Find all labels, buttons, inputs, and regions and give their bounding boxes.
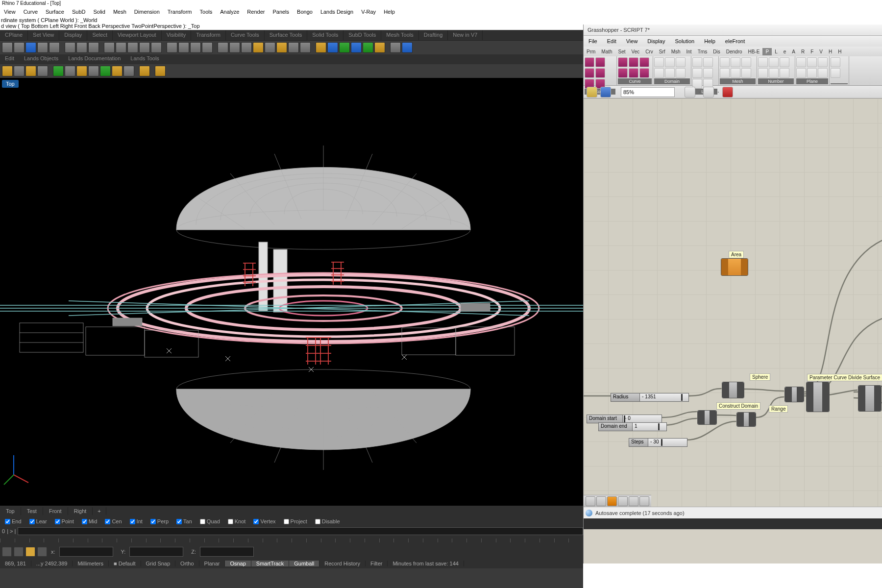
save-icon[interactable] (25, 42, 36, 53)
ribbon-icon[interactable] (818, 57, 828, 67)
open-icon[interactable] (587, 87, 597, 98)
view-tab-top[interactable]: Top (0, 507, 21, 515)
ribbon-icon[interactable] (676, 57, 686, 67)
osnap-perp[interactable]: Perp (147, 518, 172, 524)
warning-icon[interactable] (607, 496, 617, 506)
light-icon[interactable] (276, 42, 287, 53)
osnap-quad[interactable]: Quad (197, 518, 223, 524)
print-icon[interactable] (37, 42, 48, 53)
spotlight-icon[interactable] (390, 42, 401, 53)
gh-cat-crv[interactable]: Crv (642, 49, 656, 54)
node-construct-domain[interactable] (697, 410, 717, 425)
preview-icon[interactable] (703, 87, 714, 98)
menu-analyze[interactable]: Analyze (216, 9, 243, 15)
ribbon-icon[interactable] (720, 57, 730, 67)
lands-zone-icon[interactable] (53, 66, 64, 76)
osnap-end[interactable]: End (2, 518, 24, 524)
materials-icon[interactable] (327, 42, 338, 53)
ribbon-icon[interactable] (731, 68, 740, 78)
menu-v-ray[interactable]: V-Ray (357, 9, 380, 15)
cluster-icon[interactable] (618, 496, 628, 506)
sun-study-icon[interactable] (374, 42, 385, 53)
osnap-bar[interactable]: EndLearPointMidCenIntPerpTanQuadKnotVert… (0, 516, 583, 526)
rotate-icon[interactable] (116, 42, 126, 53)
lands-row-icon[interactable] (25, 66, 36, 76)
grasshopper-categories[interactable]: PrmMathSetVecCrvSrfMshIntTrnsDisDendroHB… (584, 47, 882, 56)
gh-cat-set[interactable]: Set (615, 49, 629, 54)
ribbon-icon[interactable] (769, 57, 779, 67)
lands-plant-icon[interactable] (14, 66, 24, 76)
tab-viewport-layout[interactable]: Viewport Layout (113, 30, 162, 40)
osnap-mid[interactable]: Mid (79, 518, 100, 524)
help-icon[interactable] (402, 42, 413, 53)
subtab-lands-tools[interactable]: Lands Tools (125, 54, 164, 64)
lands-wall-icon[interactable] (65, 66, 75, 76)
grid-icon[interactable] (288, 42, 299, 53)
command-input[interactable] (18, 527, 583, 535)
y-input[interactable] (129, 547, 183, 557)
gh-menu-display[interactable]: Display (642, 38, 670, 44)
osnap-disable[interactable]: Disable (312, 518, 343, 524)
ribbon-icon[interactable] (703, 68, 713, 78)
osnap-int[interactable]: Int (127, 518, 146, 524)
osnap-cen[interactable]: Cen (102, 518, 124, 524)
lands-tag-icon[interactable] (100, 66, 111, 76)
subtab-lands-documentation[interactable]: Lands Documentation (63, 54, 125, 64)
status-minutes-from-last-save-[interactable]: Minutes from last save: 144 (388, 561, 464, 566)
ribbon-icon[interactable] (807, 68, 817, 78)
view-tab-test[interactable]: Test (21, 507, 43, 515)
menu-view[interactable]: View (0, 9, 20, 15)
lands-terrain-icon[interactable] (2, 66, 13, 76)
slider-radius[interactable]: Radius◦ 1351 (611, 393, 689, 402)
lands-sprinkler-icon[interactable] (112, 66, 122, 76)
snap-toggle-icon[interactable] (2, 547, 12, 557)
menu-lands-design[interactable]: Lands Design (317, 9, 357, 15)
ribbon-icon[interactable] (639, 57, 649, 67)
slider-steps[interactable]: Steps◦ 30 (629, 438, 687, 447)
osnap-knot[interactable]: Knot (225, 518, 249, 524)
menu-dimension[interactable]: Dimension (130, 9, 164, 15)
subtab-lands-objects[interactable]: Lands Objects (19, 54, 63, 64)
menu-transform[interactable]: Transform (164, 9, 196, 15)
tab-cplane[interactable]: CPlane (0, 30, 28, 40)
options-icon[interactable] (300, 42, 311, 53)
gh-cat-math[interactable]: Math (598, 49, 615, 54)
z-input[interactable] (200, 547, 254, 557)
render-btn-icon[interactable] (316, 42, 326, 53)
paste-icon[interactable] (76, 42, 87, 53)
plane-toggle-icon[interactable] (14, 547, 24, 557)
ribbon-icon[interactable] (618, 68, 628, 78)
grasshopper-canvas-toolbar[interactable] (584, 495, 651, 507)
tab-subd-tools[interactable]: SubD Tools (343, 30, 381, 40)
ribbon-icon[interactable] (796, 57, 806, 67)
gh-cat-l[interactable]: L (772, 49, 781, 54)
menu-subd[interactable]: SubD (68, 9, 90, 15)
menu-curve[interactable]: Curve (20, 9, 42, 15)
ribbon-icon[interactable] (692, 57, 702, 67)
status-gumball[interactable]: Gumball (289, 561, 319, 566)
timeline-ruler[interactable] (0, 536, 583, 545)
gh-cat-h[interactable]: H (826, 49, 835, 54)
ribbon-icon[interactable] (780, 57, 789, 67)
four-view-icon[interactable] (202, 42, 213, 53)
sub-toolbar[interactable] (0, 64, 583, 78)
status-smarttrack[interactable]: SmartTrack (251, 561, 289, 566)
gh-cat-h[interactable]: H (835, 49, 844, 54)
main-toolbar[interactable] (0, 41, 583, 54)
zoom-level[interactable]: 85% (621, 87, 675, 97)
lands-season-icon[interactable] (155, 66, 166, 76)
tab-select[interactable]: Select (87, 30, 113, 40)
ribbon-icon[interactable] (639, 68, 649, 78)
menu-panels[interactable]: Panels (269, 9, 293, 15)
save-icon[interactable] (600, 87, 611, 98)
ribbon-icon[interactable] (796, 68, 806, 78)
ribbon-icon[interactable] (807, 57, 817, 67)
ribbon-icon[interactable] (741, 57, 751, 67)
osnap-tan[interactable]: Tan (173, 518, 195, 524)
properties-icon[interactable] (265, 42, 275, 53)
tab-mesh-tools[interactable]: Mesh Tools (381, 30, 418, 40)
lands-photo-icon[interactable] (139, 66, 150, 76)
node-area[interactable] (721, 258, 748, 276)
node-output[interactable] (858, 385, 882, 412)
node-range[interactable] (736, 412, 756, 427)
